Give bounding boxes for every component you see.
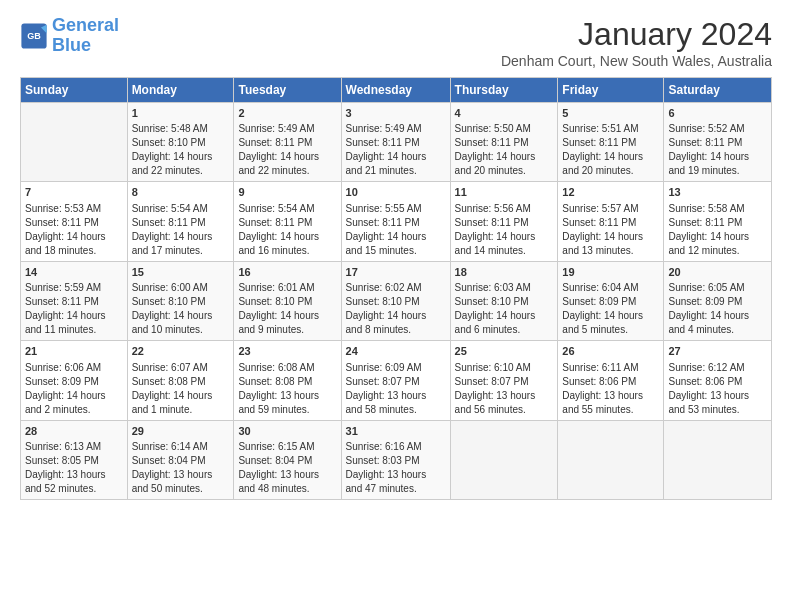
calendar-cell: 22Sunrise: 6:07 AMSunset: 8:08 PMDayligh… <box>127 341 234 420</box>
day-info-line: Sunset: 8:09 PM <box>562 295 659 309</box>
day-info-line: Sunset: 8:10 PM <box>346 295 446 309</box>
day-info-line: and 9 minutes. <box>238 323 336 337</box>
day-info-line: Sunset: 8:09 PM <box>668 295 767 309</box>
day-info-line: Sunrise: 5:49 AM <box>238 122 336 136</box>
logo-text: General Blue <box>52 16 119 56</box>
day-info-line: Sunset: 8:11 PM <box>455 216 554 230</box>
calendar-cell: 27Sunrise: 6:12 AMSunset: 8:06 PMDayligh… <box>664 341 772 420</box>
day-info-line: Sunset: 8:07 PM <box>346 375 446 389</box>
day-info-line: Sunrise: 6:16 AM <box>346 440 446 454</box>
day-info-line: Daylight: 14 hours <box>238 309 336 323</box>
calendar-cell: 8Sunrise: 5:54 AMSunset: 8:11 PMDaylight… <box>127 182 234 261</box>
day-info-line: Sunrise: 6:12 AM <box>668 361 767 375</box>
weekday-header: Wednesday <box>341 78 450 103</box>
day-info-line: Daylight: 13 hours <box>668 389 767 403</box>
day-info-line: Daylight: 14 hours <box>455 150 554 164</box>
calendar-cell: 7Sunrise: 5:53 AMSunset: 8:11 PMDaylight… <box>21 182 128 261</box>
day-info-line: Daylight: 14 hours <box>346 309 446 323</box>
day-info-line: and 48 minutes. <box>238 482 336 496</box>
calendar-cell: 23Sunrise: 6:08 AMSunset: 8:08 PMDayligh… <box>234 341 341 420</box>
day-info-line: and 21 minutes. <box>346 164 446 178</box>
calendar-cell <box>558 420 664 499</box>
day-info-line: and 1 minute. <box>132 403 230 417</box>
calendar-week-row: 21Sunrise: 6:06 AMSunset: 8:09 PMDayligh… <box>21 341 772 420</box>
day-info-line: Sunrise: 5:51 AM <box>562 122 659 136</box>
day-info-line: Sunrise: 5:49 AM <box>346 122 446 136</box>
day-info-line: Sunrise: 6:03 AM <box>455 281 554 295</box>
day-info-line: Sunrise: 6:01 AM <box>238 281 336 295</box>
day-info-line: Daylight: 13 hours <box>346 389 446 403</box>
day-info-line: Sunrise: 5:54 AM <box>132 202 230 216</box>
logo-icon: GB <box>20 22 48 50</box>
day-info-line: Sunrise: 6:08 AM <box>238 361 336 375</box>
day-number: 26 <box>562 344 659 359</box>
day-info-line: Sunset: 8:11 PM <box>562 216 659 230</box>
day-info-line: Sunset: 8:11 PM <box>455 136 554 150</box>
day-info-line: and 2 minutes. <box>25 403 123 417</box>
day-info-line: and 20 minutes. <box>455 164 554 178</box>
day-info-line: and 18 minutes. <box>25 244 123 258</box>
day-number: 29 <box>132 424 230 439</box>
page-container: GB General Blue January 2024 Denham Cour… <box>0 0 792 510</box>
logo: GB General Blue <box>20 16 119 56</box>
header: GB General Blue January 2024 Denham Cour… <box>20 16 772 69</box>
day-info-line: Sunrise: 5:50 AM <box>455 122 554 136</box>
calendar-cell: 15Sunrise: 6:00 AMSunset: 8:10 PMDayligh… <box>127 261 234 340</box>
day-info-line: Daylight: 14 hours <box>668 230 767 244</box>
weekday-header: Sunday <box>21 78 128 103</box>
calendar-week-row: 7Sunrise: 5:53 AMSunset: 8:11 PMDaylight… <box>21 182 772 261</box>
day-info-line: Sunrise: 5:48 AM <box>132 122 230 136</box>
day-info-line: and 12 minutes. <box>668 244 767 258</box>
calendar-cell: 21Sunrise: 6:06 AMSunset: 8:09 PMDayligh… <box>21 341 128 420</box>
day-info-line: and 59 minutes. <box>238 403 336 417</box>
day-info-line: Daylight: 13 hours <box>238 389 336 403</box>
day-info-line: and 55 minutes. <box>562 403 659 417</box>
day-info-line: Sunset: 8:03 PM <box>346 454 446 468</box>
day-info-line: and 50 minutes. <box>132 482 230 496</box>
day-number: 30 <box>238 424 336 439</box>
day-info-line: Sunrise: 6:00 AM <box>132 281 230 295</box>
day-info-line: Sunset: 8:11 PM <box>668 136 767 150</box>
day-info-line: Daylight: 14 hours <box>562 309 659 323</box>
day-info-line: and 8 minutes. <box>346 323 446 337</box>
day-info-line: Sunrise: 6:04 AM <box>562 281 659 295</box>
calendar-cell: 3Sunrise: 5:49 AMSunset: 8:11 PMDaylight… <box>341 103 450 182</box>
day-number: 10 <box>346 185 446 200</box>
calendar-cell: 30Sunrise: 6:15 AMSunset: 8:04 PMDayligh… <box>234 420 341 499</box>
day-number: 31 <box>346 424 446 439</box>
day-info-line: Daylight: 14 hours <box>132 150 230 164</box>
day-number: 23 <box>238 344 336 359</box>
calendar-cell: 1Sunrise: 5:48 AMSunset: 8:10 PMDaylight… <box>127 103 234 182</box>
calendar-cell: 16Sunrise: 6:01 AMSunset: 8:10 PMDayligh… <box>234 261 341 340</box>
day-info-line: and 56 minutes. <box>455 403 554 417</box>
weekday-header: Thursday <box>450 78 558 103</box>
day-info-line: Sunrise: 5:53 AM <box>25 202 123 216</box>
title-block: January 2024 Denham Court, New South Wal… <box>501 16 772 69</box>
day-number: 17 <box>346 265 446 280</box>
calendar-cell: 14Sunrise: 5:59 AMSunset: 8:11 PMDayligh… <box>21 261 128 340</box>
day-number: 21 <box>25 344 123 359</box>
day-info-line: and 5 minutes. <box>562 323 659 337</box>
day-info-line: Daylight: 14 hours <box>132 230 230 244</box>
subtitle: Denham Court, New South Wales, Australia <box>501 53 772 69</box>
day-info-line: Daylight: 14 hours <box>132 309 230 323</box>
day-info-line: Sunrise: 5:58 AM <box>668 202 767 216</box>
day-info-line: Daylight: 14 hours <box>346 230 446 244</box>
weekday-header: Saturday <box>664 78 772 103</box>
day-info-line: Daylight: 14 hours <box>455 309 554 323</box>
day-info-line: and 58 minutes. <box>346 403 446 417</box>
day-info-line: Daylight: 14 hours <box>25 309 123 323</box>
day-number: 1 <box>132 106 230 121</box>
calendar-cell: 25Sunrise: 6:10 AMSunset: 8:07 PMDayligh… <box>450 341 558 420</box>
day-number: 15 <box>132 265 230 280</box>
day-info-line: Daylight: 13 hours <box>455 389 554 403</box>
day-number: 9 <box>238 185 336 200</box>
day-info-line: Sunset: 8:11 PM <box>562 136 659 150</box>
day-info-line: and 6 minutes. <box>455 323 554 337</box>
day-info-line: and 13 minutes. <box>562 244 659 258</box>
day-info-line: Sunset: 8:04 PM <box>132 454 230 468</box>
day-info-line: Sunset: 8:11 PM <box>132 216 230 230</box>
day-info-line: Sunset: 8:10 PM <box>132 136 230 150</box>
day-info-line: Sunset: 8:08 PM <box>238 375 336 389</box>
day-info-line: Sunrise: 6:13 AM <box>25 440 123 454</box>
